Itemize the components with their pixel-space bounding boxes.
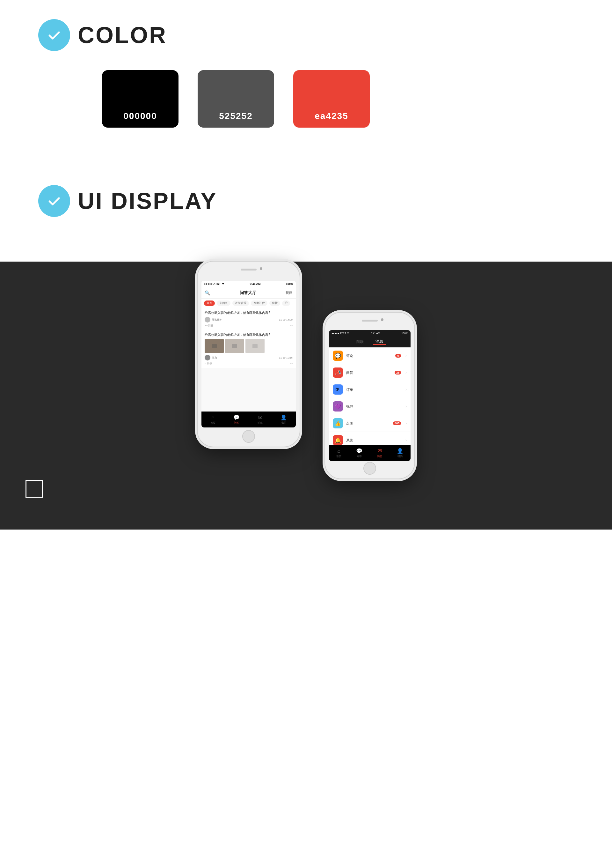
phone1-tab-mine[interactable]: 👤 我的: [280, 414, 287, 425]
ui-display-title: UI DISPLAY: [78, 188, 217, 214]
phone1-time: 9:41 AM: [250, 282, 260, 285]
wallet-icon: 💜: [333, 401, 343, 412]
phone1-camera: [260, 267, 262, 270]
phone2-tab-mine[interactable]: 👤 我的: [397, 448, 403, 458]
question-item-1[interactable]: 给高校新入职的老师培训，都有哪些具体内容?: [201, 330, 296, 368]
p2-qa-icon: 💬: [356, 448, 362, 454]
phone2-carrier: ●●●●● AT&T ▼: [332, 332, 349, 335]
like-label: 点赞: [346, 421, 390, 426]
comment-chevron: ›: [405, 353, 407, 358]
phone2-tab-home[interactable]: ⌂ 首页: [336, 448, 342, 458]
phone2-screen: ●●●●● AT&T ▼ 9:41 AM 100% 圈联 消息 💬 评论 5: [329, 330, 411, 461]
phone1-bottom-tabs: ⌂ 首页 💬 问答 ✉ 消息 👤 我的: [201, 412, 296, 428]
question-footer-1: 5 回答 ✏: [205, 362, 293, 365]
phone1-tab-0[interactable]: 全部: [204, 301, 215, 306]
phone2-speaker: [362, 319, 378, 322]
qa-icon: 💬: [233, 414, 240, 420]
color-check-icon: [38, 19, 70, 51]
system-label: 系统: [346, 438, 401, 443]
question-date-1: 11-19 10:16: [279, 356, 293, 359]
qa-msg-label: 问答: [346, 370, 391, 375]
phone2-tab-qa-label: 问答: [357, 454, 362, 458]
question-img-1: [225, 339, 244, 353]
msg-item-order[interactable]: 🛍 订单 ›: [329, 381, 411, 398]
phone1-speaker: [241, 268, 257, 271]
msg-item-qa[interactable]: 📣 问答 25 ›: [329, 364, 411, 381]
system-icon: 🔔: [333, 435, 343, 445]
phone2-tab-mine-label: 我的: [397, 454, 403, 458]
comment-icon: 💬: [333, 350, 343, 361]
phone1-search-icon[interactable]: 🔍: [205, 290, 210, 295]
phone2-tab-msg[interactable]: ✉ 消息: [377, 448, 382, 458]
color-swatch-2: ea4235: [293, 70, 370, 128]
question-item-0[interactable]: 给高校新入职的老师培训，都有哪些具体内容? 匿名用户 11-20 14:20 1…: [201, 308, 296, 330]
color-section: COLOR 000000 525252 ea4235: [0, 0, 612, 147]
p2-msg-icon: ✉: [378, 448, 382, 454]
phone1-tab-mine-label: 我的: [281, 421, 286, 425]
msg-item-system[interactable]: 🔔 系统 ›: [329, 432, 411, 445]
qa-msg-icon: 📣: [333, 367, 343, 378]
question-meta-0: 匿名用户 11-20 14:20: [205, 317, 293, 322]
question-meta-1: 王力 11-19 10:16: [205, 355, 293, 361]
small-square-icon: [26, 480, 43, 498]
phone1-tab-5[interactable]: 护: [282, 301, 290, 306]
phone2-mockup: ●●●●● AT&T ▼ 9:41 AM 100% 圈联 消息 💬 评论 5: [325, 313, 414, 479]
wallet-label: 钱包: [346, 404, 401, 409]
answer-count-0: 10 回答: [205, 324, 213, 327]
phone2-time: 9:41 AM: [371, 332, 380, 335]
question-user-1: 王力: [212, 356, 217, 360]
phone1-tab-qa[interactable]: 💬 问答: [233, 414, 240, 425]
phone1-carrier: ●●●●● AT&T ▼: [204, 282, 224, 285]
phone1-nav-action[interactable]: 提问: [286, 290, 293, 295]
phone2-tab-home-label: 首页: [336, 454, 342, 458]
msg-item-comment[interactable]: 💬 评论 5 ›: [329, 347, 411, 364]
phone1-tab-1[interactable]: 未回复: [217, 301, 230, 306]
svg-rect-2: [252, 344, 258, 348]
ui-display-section: UI DISPLAY ●●●●● AT&T ▼ 9:41 AM 100% 🔍 问…: [0, 147, 612, 530]
question-img-0: [205, 339, 224, 353]
phone2-nav-tab-0[interactable]: 圈联: [354, 339, 366, 344]
like-badge: 465: [393, 422, 401, 425]
phone1-tab-filter: 全部 未回复 衣橱管理 西餐礼仪 化妆 护: [201, 299, 296, 308]
phone1-tab-qa-label: 问答: [234, 421, 239, 425]
question-title-1: 给高校新入职的老师培训，都有哪些具体内容?: [205, 333, 293, 337]
msg-item-wallet[interactable]: 💜 钱包 ›: [329, 398, 411, 415]
question-footer-0: 10 回答 ✏: [205, 324, 293, 327]
comment-badge: 5: [395, 354, 401, 358]
phone1-tab-home-label: 首页: [210, 421, 215, 425]
question-title-0: 给高校新入职的老师培训，都有哪些具体内容?: [205, 311, 293, 315]
p2-home-icon: ⌂: [337, 448, 340, 454]
phone1-tab-msg-label: 消息: [258, 421, 263, 425]
phone1-home: [242, 430, 255, 443]
color-label-2: ea4235: [315, 111, 348, 121]
home-icon: ⌂: [211, 415, 215, 420]
wallet-chevron: ›: [405, 404, 407, 409]
like-icon: 👍: [333, 418, 343, 428]
comment-label: 评论: [346, 353, 392, 358]
phone2-bottom-tabs: ⌂ 首页 💬 问答 ✉ 消息 👤 我的: [329, 445, 411, 461]
phones-container: ●●●●● AT&T ▼ 9:41 AM 100% 🔍 问答大厅 提问 全部 未…: [0, 230, 612, 479]
phone1-tab-msg[interactable]: ✉ 消息: [258, 414, 263, 425]
phone2-nav-tab-1[interactable]: 消息: [373, 339, 386, 345]
phone2-tab-qa[interactable]: 💬 问答: [356, 448, 362, 458]
edit-icon-1[interactable]: ✏: [290, 362, 293, 365]
color-swatch-0: 000000: [102, 70, 178, 128]
question-user-0: 匿名用户: [212, 318, 222, 322]
qa-chevron: ›: [405, 370, 407, 375]
edit-icon-0[interactable]: ✏: [290, 324, 293, 327]
phone2-message-list: 💬 评论 5 › 📣 问答 25 › 🛍 订单: [329, 347, 411, 445]
msg-item-like[interactable]: 👍 点赞 465 ›: [329, 415, 411, 432]
phone1-tab-home[interactable]: ⌂ 首页: [210, 415, 215, 425]
phone1-tab-2[interactable]: 衣橱管理: [232, 301, 249, 306]
phone2-home: [363, 462, 376, 475]
phone1-tab-3[interactable]: 西餐礼仪: [251, 301, 267, 306]
question-date-0: 11-20 14:20: [279, 318, 293, 321]
qa-badge: 25: [395, 371, 401, 375]
order-icon: 🛍: [333, 384, 343, 395]
phone1-tab-4[interactable]: 化妆: [269, 301, 280, 306]
phone2-tab-msg-label: 消息: [377, 454, 382, 458]
ui-display-check-icon: [38, 185, 70, 217]
phone1-status-bar: ●●●●● AT&T ▼ 9:41 AM 100%: [201, 281, 296, 287]
msg-icon: ✉: [258, 414, 262, 420]
phone2-status-bar: ●●●●● AT&T ▼ 9:41 AM 100%: [329, 330, 411, 336]
